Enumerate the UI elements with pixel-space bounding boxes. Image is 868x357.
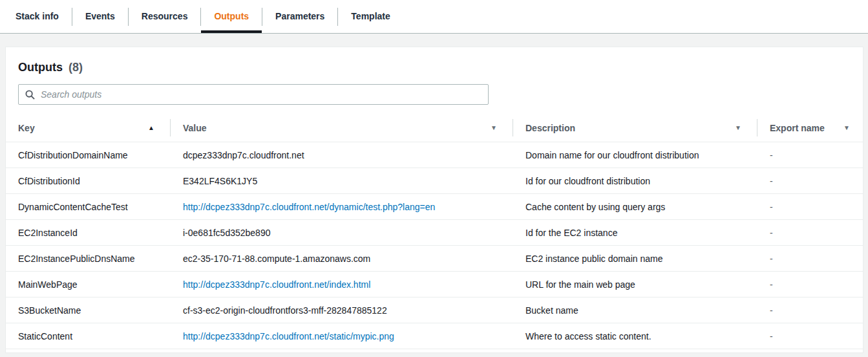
column-header-description[interactable]: Description ▼: [513, 114, 757, 142]
table-row: StaticContenthttp://dcpez333dnp7c.cloudf…: [6, 323, 863, 349]
column-label: Export name: [770, 123, 825, 133]
column-label: Description: [525, 123, 575, 133]
cell-description: Bucket name: [513, 298, 757, 323]
tab-bar: Stack infoEventsResourcesOutputsParamete…: [0, 0, 868, 34]
cell-export-name: -: [757, 298, 863, 323]
cell-key: EC2InstancePublicDnsName: [6, 246, 170, 271]
cell-export-name: -: [757, 246, 863, 271]
tab-stack-info[interactable]: Stack info: [3, 1, 72, 32]
cell-description: URL for the main web page: [513, 272, 757, 297]
value-link[interactable]: http://dcpez333dnp7c.cloudfront.net/dyna…: [183, 202, 435, 212]
cell-description: Cache content by using query args: [513, 194, 757, 219]
cell-description: Domain name for our cloudfront distribut…: [513, 142, 757, 168]
cell-value: cf-s3-ec2-origin-cloudfrontfors3-mff-282…: [170, 298, 513, 323]
tab-resources[interactable]: Resources: [129, 1, 201, 32]
column-label: Value: [183, 123, 207, 133]
panel-count-badge: (8): [69, 61, 83, 74]
cell-export-name: -: [757, 142, 863, 168]
cell-export-name: -: [757, 194, 863, 219]
table-row: CfDistributionIdE342LF4S6K1JY5Id for our…: [6, 168, 863, 194]
cell-export-name: -: [757, 272, 863, 297]
filter-icon[interactable]: ▼: [843, 124, 850, 131]
outputs-panel: Outputs (8) Key ▲ Val: [5, 47, 863, 353]
cell-key: StaticContent: [6, 323, 170, 349]
filter-icon[interactable]: ▼: [735, 124, 741, 131]
column-header-key[interactable]: Key ▲: [6, 114, 170, 142]
cell-value: http://dcpez333dnp7c.cloudfront.net/dyna…: [170, 194, 513, 219]
filter-icon[interactable]: ▼: [491, 124, 497, 131]
tab-outputs[interactable]: Outputs: [201, 1, 262, 32]
panel-title-text: Outputs: [18, 61, 63, 74]
table-header-row: Key ▲ Value ▼ Description ▼ Export name …: [6, 114, 863, 142]
value-link[interactable]: http://dcpez333dnp7c.cloudfront.net/inde…: [183, 279, 370, 290]
value-link[interactable]: http://dcpez333dnp7c.cloudfront.net/stat…: [183, 331, 394, 341]
table-row: EC2InstanceIdi-0e681fc5d352be890Id for t…: [6, 220, 863, 246]
table-row: MainWebPagehttp://dcpez333dnp7c.cloudfro…: [6, 272, 863, 298]
stack-detail-page: Stack infoEventsResourcesOutputsParamete…: [0, 0, 868, 353]
cell-key: CfDistributionId: [6, 168, 170, 193]
cell-value: http://dcpez333dnp7c.cloudfront.net/inde…: [170, 272, 513, 297]
cell-description: Where to access static content.: [513, 323, 757, 349]
tab-events[interactable]: Events: [72, 1, 128, 32]
cell-value: http://dcpez333dnp7c.cloudfront.net/stat…: [170, 323, 513, 349]
search-input[interactable]: [41, 85, 482, 103]
column-label: Key: [18, 123, 35, 133]
tab-template[interactable]: Template: [338, 1, 403, 32]
cell-value: dcpez333dnp7c.cloudfront.net: [170, 142, 513, 168]
cell-key: EC2InstanceId: [6, 220, 170, 245]
table-row: DynamicContentCacheTesthttp://dcpez333dn…: [6, 194, 863, 220]
cell-value: ec2-35-170-71-88.compute-1.amazonaws.com: [170, 246, 513, 271]
cell-key: S3BucketName: [6, 298, 170, 323]
panel-title: Outputs (8): [18, 59, 851, 76]
search-icon: [25, 90, 35, 100]
cell-key: DynamicContentCacheTest: [6, 194, 170, 219]
cell-description: Id for our cloudfront distribution: [513, 168, 757, 193]
sort-ascending-icon[interactable]: ▲: [148, 124, 154, 131]
cell-export-name: -: [757, 168, 863, 193]
cell-description: Id for the EC2 instance: [513, 220, 757, 245]
cell-value: i-0e681fc5d352be890: [170, 220, 513, 245]
tab-parameters[interactable]: Parameters: [262, 1, 337, 32]
cell-key: MainWebPage: [6, 272, 170, 297]
table-row: EC2InstancePublicDnsNameec2-35-170-71-88…: [6, 246, 863, 272]
panel-header: Outputs (8): [6, 47, 863, 114]
cell-key: CfDistributionDomainName: [6, 142, 170, 168]
table-body: CfDistributionDomainNamedcpez333dnp7c.cl…: [6, 142, 863, 349]
search-box: [18, 84, 489, 105]
column-header-export-name[interactable]: Export name ▼: [757, 114, 863, 142]
cell-export-name: -: [757, 220, 863, 245]
column-header-value[interactable]: Value ▼: [170, 114, 513, 142]
outputs-table: Key ▲ Value ▼ Description ▼ Export name …: [6, 114, 863, 349]
cell-description: EC2 instance public domain name: [513, 246, 757, 271]
table-row: S3BucketNamecf-s3-ec2-origin-cloudfrontf…: [6, 298, 863, 323]
table-row: CfDistributionDomainNamedcpez333dnp7c.cl…: [6, 142, 863, 168]
cell-value: E342LF4S6K1JY5: [170, 168, 513, 193]
cell-export-name: -: [757, 323, 863, 349]
